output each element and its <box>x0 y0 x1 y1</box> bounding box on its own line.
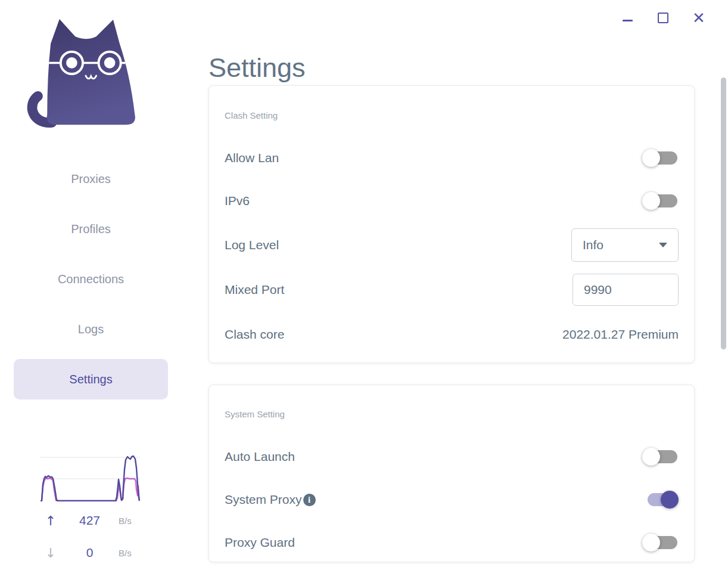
traffic-panel: ↑ 427 B/s ↓ 0 B/s <box>41 451 140 560</box>
auto-launch-toggle[interactable] <box>648 450 677 463</box>
system-setting-section-label: System Setting <box>225 409 285 419</box>
download-rate-unit: B/s <box>119 548 140 558</box>
proxy-guard-row: Proxy Guard <box>225 531 679 554</box>
clash-core-label: Clash core <box>225 327 284 342</box>
ipv6-label: IPv6 <box>225 194 250 208</box>
page-title: Settings <box>209 52 306 83</box>
info-icon[interactable]: i <box>303 494 316 506</box>
auto-launch-row: Auto Launch <box>225 445 679 469</box>
toggle-knob <box>642 448 660 466</box>
close-icon: ✕ <box>692 10 705 26</box>
mixed-port-row: Mixed Port <box>225 272 679 307</box>
toggle-knob <box>661 491 679 509</box>
download-arrow-icon: ↓ <box>41 546 61 560</box>
scrollbar-thumb[interactable] <box>721 78 726 349</box>
upload-arrow-icon: ↑ <box>41 513 61 528</box>
mixed-port-label: Mixed Port <box>225 283 284 297</box>
maximize-button[interactable] <box>653 7 673 29</box>
system-setting-card: System Setting Auto Launch System Proxy … <box>209 385 695 562</box>
sidebar-item-profiles[interactable]: Profiles <box>14 209 168 249</box>
system-proxy-label-text: System Proxy <box>225 492 302 507</box>
clash-setting-section-label: Clash Setting <box>225 110 278 120</box>
sidebar-nav: Proxies Profiles Connections Logs Settin… <box>14 159 168 409</box>
clash-core-row: Clash core 2022.01.27 Premium <box>225 323 679 346</box>
sidebar-item-logs[interactable]: Logs <box>14 309 168 349</box>
sidebar-item-proxies[interactable]: Proxies <box>14 159 168 199</box>
log-level-value: Info <box>583 238 603 252</box>
close-button[interactable]: ✕ <box>689 7 709 29</box>
traffic-sparkline-chart <box>41 451 140 501</box>
system-proxy-toggle[interactable] <box>648 493 677 506</box>
mixed-port-input[interactable] <box>573 274 679 306</box>
upload-rate-value: 427 <box>61 513 119 528</box>
sidebar-item-settings[interactable]: Settings <box>14 359 168 399</box>
sidebar-item-connections[interactable]: Connections <box>14 259 168 299</box>
chevron-down-icon <box>659 243 667 247</box>
system-proxy-row: System Proxy i <box>225 488 679 512</box>
toggle-knob <box>642 149 660 167</box>
log-level-select[interactable]: Info <box>571 228 679 262</box>
allow-lan-label: Allow Lan <box>225 151 279 165</box>
proxy-guard-toggle[interactable] <box>648 536 677 549</box>
window-controls: ✕ <box>617 7 713 29</box>
clash-core-version: 2022.01.27 Premium <box>562 327 679 342</box>
toggle-knob <box>642 534 660 552</box>
upload-rate-unit: B/s <box>119 516 140 526</box>
maximize-icon <box>658 13 668 23</box>
upload-rate-row: ↑ 427 B/s <box>41 513 140 528</box>
cat-body <box>47 19 135 125</box>
proxy-guard-label: Proxy Guard <box>225 535 295 550</box>
allow-lan-row: Allow Lan <box>225 146 679 170</box>
download-rate-value: 0 <box>61 546 119 560</box>
minimize-icon <box>623 20 633 21</box>
ipv6-toggle[interactable] <box>648 194 677 207</box>
toggle-knob <box>642 192 660 210</box>
download-rate-row: ↓ 0 B/s <box>41 545 140 560</box>
system-proxy-label: System Proxy i <box>225 492 316 507</box>
clash-cat-logo <box>25 16 142 135</box>
clash-setting-card: Clash Setting Allow Lan IPv6 Log Level I… <box>209 85 695 363</box>
minimize-button[interactable] <box>617 7 637 29</box>
allow-lan-toggle[interactable] <box>648 151 677 165</box>
log-level-label: Log Level <box>225 238 279 252</box>
auto-launch-label: Auto Launch <box>225 450 295 464</box>
log-level-row: Log Level Info <box>225 228 679 262</box>
ipv6-row: IPv6 <box>225 189 679 213</box>
